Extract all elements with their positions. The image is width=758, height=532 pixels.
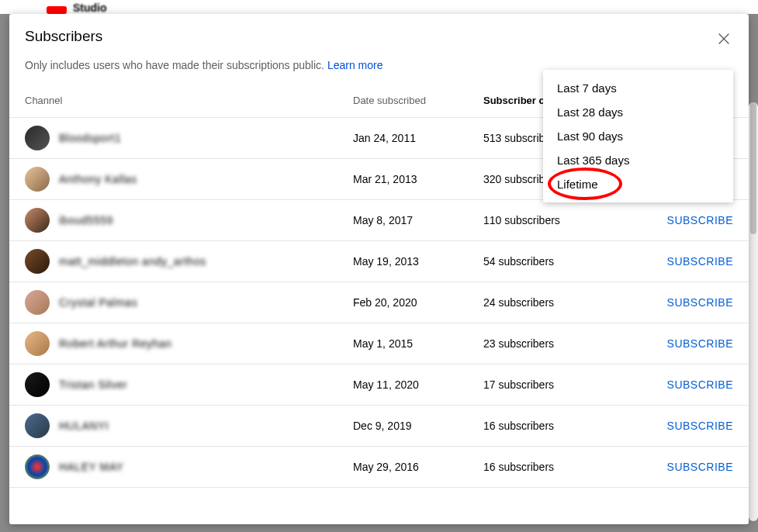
date-subscribed: May 8, 2017 [353,214,483,226]
action-cell: SUBSCRIBE [639,295,733,309]
learn-more-link[interactable]: Learn more [327,59,383,71]
column-channel[interactable]: Channel [25,95,353,106]
dropdown-item-7days[interactable]: Last 7 days [543,76,733,100]
backdrop-title: Studio [73,2,107,14]
close-button[interactable] [715,29,733,48]
action-cell: SUBSCRIBE [639,254,733,268]
subscriber-count: 24 subscribers [483,296,639,309]
subscriber-count: 23 subscribers [483,337,639,350]
subscribe-button[interactable]: SUBSCRIBE [667,337,733,350]
table-row: Robert Arthur ReyhanMay 1, 201523 subscr… [9,323,749,364]
channel-name: HALEY MAY [59,461,123,473]
channel-name: iboud5559 [59,214,113,226]
channel-name: Tristan Silver [59,378,127,391]
dropdown-item-28days[interactable]: Last 28 days [543,100,733,124]
action-cell: SUBSCRIBE [639,337,733,351]
table-row: iboud5559May 8, 2017110 subscribersSUBSC… [9,200,749,241]
time-range-dropdown: Last 7 days Last 28 days Last 90 days La… [543,70,733,202]
scrollbar-thumb[interactable] [750,102,756,234]
channel-name: Robert Arthur Reyhan [59,337,171,350]
column-date[interactable]: Date subscribed [353,95,483,106]
backdrop-header: Studio [0,0,758,14]
scrollbar[interactable] [749,102,758,521]
subscribe-button[interactable]: SUBSCRIBE [667,255,733,268]
date-subscribed: Dec 9, 2019 [353,420,483,432]
table-row: HALEY MAYMay 29, 201616 subscribersSUBSC… [9,447,749,488]
subscribers-modal: Subscribers Only includes users who have… [9,14,749,524]
subscribe-button[interactable]: SUBSCRIBE [667,214,733,226]
subscribe-button[interactable]: SUBSCRIBE [667,378,733,391]
subtitle-text: Only includes users who have made their … [25,59,327,71]
avatar [25,249,50,274]
avatar [25,167,50,192]
date-subscribed: May 19, 2013 [353,255,483,268]
action-cell: SUBSCRIBE [639,378,733,392]
action-cell: SUBSCRIBE [639,419,733,433]
avatar [25,454,50,479]
channel-cell[interactable]: iboud5559 [25,208,353,233]
table-row: matt_middleton andy_arthosMay 19, 201354… [9,241,749,282]
table-row: HULANYIDec 9, 201916 subscribersSUBSCRIB… [9,406,749,447]
date-subscribed: May 29, 2016 [353,461,483,473]
subscriber-count: 110 subscribers [483,214,639,226]
channel-cell[interactable]: Anthony Kallas [25,167,353,192]
subscriber-count: 54 subscribers [483,255,639,268]
subscribe-button[interactable]: SUBSCRIBE [667,296,733,309]
avatar [25,290,50,315]
youtube-logo-icon [47,6,67,14]
avatar [25,413,50,438]
channel-cell[interactable]: Tristan Silver [25,372,353,397]
date-subscribed: Feb 20, 2020 [353,296,483,309]
avatar [25,331,50,356]
avatar [25,372,50,397]
date-subscribed: Mar 21, 2013 [353,173,483,185]
dropdown-item-365days[interactable]: Last 365 days [543,148,733,172]
table-row: Crystal PalmasFeb 20, 202024 subscribers… [9,282,749,323]
close-icon [715,30,732,47]
date-subscribed: May 11, 2020 [353,378,483,391]
date-subscribed: May 1, 2015 [353,337,483,350]
modal-title: Subscribers [25,28,733,45]
avatar [25,208,50,233]
dropdown-item-90days[interactable]: Last 90 days [543,124,733,148]
action-cell: SUBSCRIBE [639,213,733,227]
channel-cell[interactable]: HALEY MAY [25,454,353,479]
action-cell: SUBSCRIBE [639,460,733,474]
channel-cell[interactable]: matt_middleton andy_arthos [25,249,353,274]
subscriber-count: 17 subscribers [483,378,639,391]
channel-cell[interactable]: HULANYI [25,413,353,438]
date-subscribed: Jan 24, 2011 [353,132,483,144]
avatar [25,126,50,150]
channel-cell[interactable]: Bloodsport1 [25,126,353,150]
channel-cell[interactable]: Robert Arthur Reyhan [25,331,353,356]
dropdown-item-lifetime[interactable]: Lifetime [543,172,733,196]
subscribe-button[interactable]: SUBSCRIBE [667,420,733,432]
subscriber-count: 16 subscribers [483,420,639,432]
channel-cell[interactable]: Crystal Palmas [25,290,353,315]
table-row: Tristan SilverMay 11, 202017 subscribers… [9,364,749,406]
channel-name: matt_middleton andy_arthos [59,255,206,268]
channel-name: HULANYI [59,420,109,432]
channel-name: Anthony Kallas [59,173,137,185]
channel-name: Bloodsport1 [59,132,121,144]
modal-header: Subscribers Only includes users who have… [9,14,749,76]
subscribe-button[interactable]: SUBSCRIBE [667,461,733,473]
subscriber-count: 16 subscribers [483,461,639,473]
channel-name: Crystal Palmas [59,296,137,309]
